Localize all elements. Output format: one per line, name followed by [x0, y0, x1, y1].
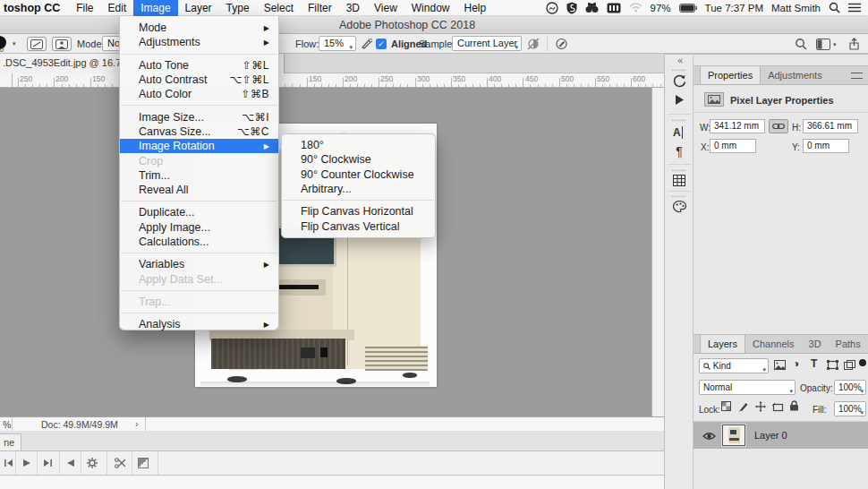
lock-position-icon[interactable]	[755, 401, 766, 415]
menu-item-auto-tone[interactable]: Auto Tone⇧⌘L	[120, 58, 278, 73]
tab-adjustments[interactable]: Adjustments	[761, 66, 830, 84]
sidecar-icon[interactable]	[607, 3, 621, 13]
opacity-select[interactable]: 100% ▾	[834, 380, 866, 395]
lock-all-icon[interactable]	[789, 400, 799, 414]
wifi-icon[interactable]	[629, 3, 642, 13]
lock-transparency-icon[interactable]	[721, 401, 731, 414]
zoom-percent-field[interactable]: %	[3, 419, 11, 430]
drag-handle[interactable]: ••••••	[665, 167, 694, 173]
menu-item-analysis[interactable]: Analysis▶	[120, 317, 278, 331]
menubar-item-window[interactable]: Window	[404, 0, 457, 16]
transition-icon[interactable]	[138, 458, 149, 468]
menu-item-calculations[interactable]: Calculations...	[120, 235, 278, 249]
lock-artboard-icon[interactable]	[772, 402, 784, 415]
menubar-item-help[interactable]: Help	[456, 0, 493, 16]
actions-panel-icon[interactable]	[665, 94, 694, 108]
menu-item-auto-color[interactable]: Auto Color⇧⌘B	[120, 87, 278, 101]
menu-item-variables[interactable]: Variables▶	[120, 257, 278, 271]
go-to-next-frame-button[interactable]	[43, 458, 53, 470]
clock-label[interactable]: Tue 7:37 PM	[705, 3, 763, 13]
drag-handle[interactable]: ••••••	[665, 117, 694, 123]
share-icon[interactable]	[848, 38, 860, 53]
menubar-item-file[interactable]: File	[69, 0, 100, 16]
menu-item-apply-image[interactable]: Apply Image...	[120, 220, 278, 235]
battery-icon[interactable]	[679, 4, 697, 13]
notification-center-icon[interactable]	[848, 3, 861, 13]
menubar-item-3d[interactable]: 3D	[339, 0, 367, 16]
menubar-item-select[interactable]: Select	[257, 0, 301, 16]
creative-cloud-icon[interactable]	[546, 2, 558, 14]
play-button[interactable]	[22, 458, 31, 470]
brush-picker-chevron-icon[interactable]: ▾	[13, 40, 16, 47]
sample-select[interactable]: Current Layer▾	[452, 36, 522, 51]
menu-item-adjustments[interactable]: Adjustments▶	[120, 35, 278, 49]
menu-item-auto-contrast[interactable]: Auto Contrast⌥⇧⌘L	[120, 73, 278, 87]
submenu-item-flip-canvas-vertical[interactable]: Flip Canvas Vertical	[282, 219, 435, 233]
aligned-checkbox[interactable]: ✓	[376, 39, 387, 49]
submenu-item-rotate-180[interactable]: 180°	[282, 138, 435, 152]
status-popup-chevron-icon[interactable]: ›	[135, 418, 139, 429]
timeline-tab[interactable]: ne	[0, 433, 21, 450]
layer-thumbnail[interactable]	[722, 425, 745, 446]
spotlight-search-icon[interactable]	[829, 2, 840, 13]
ruler[interactable]: 250200150150200250300350400450500550600	[0, 73, 664, 88]
menubar-item-view[interactable]: View	[367, 0, 404, 16]
collapse-panels-icon[interactable]: «	[677, 55, 682, 65]
layer-name[interactable]: Layer 0	[754, 430, 787, 441]
menu-item-trim[interactable]: Trim...	[120, 168, 278, 183]
menu-item-image-rotation[interactable]: Image Rotation▶	[120, 139, 278, 153]
ignore-adjustment-layers-icon[interactable]	[527, 38, 540, 53]
y-field[interactable]: 0 mm	[803, 139, 849, 153]
menu-item-mode[interactable]: Mode▶	[120, 21, 278, 35]
tab-3d[interactable]: 3D	[802, 335, 829, 353]
toggle-clone-source-panel-button[interactable]	[52, 37, 72, 51]
toggle-brush-panel-button[interactable]	[27, 37, 47, 51]
menubar-item-filter[interactable]: Filter	[301, 0, 339, 16]
paragraph-panel-icon[interactable]: ¶	[665, 144, 694, 159]
panel-menu-icon[interactable]	[851, 73, 863, 79]
menu-item-image-size[interactable]: Image Size...⌥⌘I	[120, 109, 278, 124]
menu-item-duplicate[interactable]: Duplicate...	[120, 205, 278, 219]
menu-item-reveal-all[interactable]: Reveal All	[120, 183, 278, 197]
character-panel-icon[interactable]: A	[673, 126, 683, 139]
layer-visibility-eye-icon[interactable]	[702, 431, 716, 443]
x-field[interactable]: 0 mm	[710, 139, 756, 153]
timeline-settings-gear-icon[interactable]	[87, 458, 98, 471]
menubar-item-edit[interactable]: Edit	[101, 0, 134, 16]
menu-item-crop[interactable]: Crop	[120, 153, 278, 167]
user-name-label[interactable]: Matt Smith	[771, 3, 821, 13]
workspace-switcher-icon[interactable]	[816, 39, 830, 53]
split-clip-scissors-icon[interactable]	[115, 458, 126, 471]
menu-item-canvas-size[interactable]: Canvas Size...⌥⌘C	[120, 124, 278, 139]
go-to-previous-frame-button[interactable]	[66, 458, 75, 470]
blend-mode-select[interactable]: Normal ▾	[699, 380, 796, 395]
drag-handle[interactable]: ••••••	[665, 193, 694, 199]
filter-kind-select[interactable]: Kind ▾	[699, 358, 769, 373]
filter-type-layers-icon[interactable]: T	[811, 357, 817, 370]
app-menu-name[interactable]: toshop CC	[0, 2, 69, 14]
submenu-item-rotate-90-cw[interactable]: 90° Clockwise	[282, 152, 435, 167]
tab-paths[interactable]: Paths	[829, 335, 868, 353]
lock-pixels-brush-icon[interactable]	[738, 401, 749, 415]
tab-properties[interactable]: Properties	[700, 66, 761, 84]
height-field[interactable]: 366.61 mm	[803, 119, 858, 133]
battery-percent-label[interactable]: 97%	[651, 3, 671, 13]
layer-comps-panel-icon[interactable]	[665, 175, 694, 189]
filter-on-off-toggle[interactable]	[859, 359, 866, 366]
submenu-item-arbitrary[interactable]: Arbitrary...	[282, 182, 435, 196]
vertical-scrollbar[interactable]	[651, 88, 664, 416]
menubar-item-layer[interactable]: Layer	[178, 0, 219, 16]
menubar-item-image[interactable]: Image	[133, 0, 177, 16]
menubar-item-type[interactable]: Type	[219, 0, 257, 16]
binoculars-icon[interactable]	[585, 2, 599, 13]
swatches-panel-icon[interactable]	[665, 201, 694, 215]
shield-icon[interactable]	[566, 2, 577, 14]
filter-image-layers-icon[interactable]	[774, 360, 786, 373]
menu-item-trap[interactable]: Trap...	[120, 295, 278, 309]
airbrush-toggle-icon[interactable]	[361, 38, 373, 52]
submenu-item-rotate-90-ccw[interactable]: 90° Counter Clockwise	[282, 167, 435, 182]
layer-row[interactable]: Layer 0	[694, 422, 868, 449]
drag-handle[interactable]: ••••••	[665, 67, 694, 73]
tablet-pressure-icon[interactable]	[555, 38, 568, 53]
filter-shape-layers-icon[interactable]	[827, 360, 838, 373]
